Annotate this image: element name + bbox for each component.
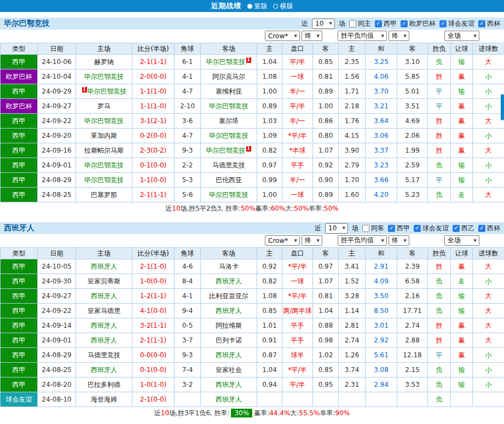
score-link[interactable]: 2-1(1-1) — [140, 58, 167, 66]
scope-select[interactable]: 全场▼ — [444, 31, 479, 41]
score-link[interactable]: 1-0(0-0) — [140, 277, 167, 285]
score-link[interactable]: 0-0(0-0) — [140, 351, 167, 359]
team-link[interactable]: 西班牙人 — [91, 336, 117, 344]
checkbox-box[interactable]: ✓ — [439, 20, 447, 27]
team-link[interactable]: 毕尔巴鄂竞技 — [88, 88, 127, 95]
avg-type-select[interactable]: 胜平负均值▼ — [338, 31, 387, 41]
team-link[interactable]: 毕尔巴鄂竞技 — [206, 58, 246, 66]
team-link[interactable]: 西班牙人 — [91, 366, 117, 374]
team-link[interactable]: 阿尔克马尔 — [212, 73, 245, 80]
avg-draw-cell: 5.61 — [366, 348, 397, 363]
avg-type-select[interactable]: 胜平负均值▼ — [338, 235, 387, 246]
team-link[interactable]: 毕尔巴鄂竞技 — [209, 132, 248, 140]
odds-time-select[interactable]: 终▼ — [302, 31, 322, 41]
games-count-select[interactable]: 10▼ — [312, 19, 335, 29]
odds-company-select[interactable]: Crow*▼ — [265, 235, 300, 246]
scope-select[interactable]: 全场▼ — [444, 235, 479, 246]
score-link[interactable]: 2-1(1-0) — [140, 263, 167, 270]
team-link[interactable]: 巴列卡诺 — [216, 336, 242, 344]
checkbox-box[interactable] — [362, 225, 369, 232]
team-link[interactable]: 阿拉维斯 — [216, 322, 242, 329]
team-link[interactable]: 海登海姆 — [91, 396, 117, 403]
avg-away-cell: 3.51 — [397, 99, 428, 114]
checkbox-球会友谊[interactable]: ✓球会友谊 — [414, 224, 449, 233]
odds-time-select[interactable]: 终▼ — [302, 235, 322, 246]
team-link[interactable]: 马德里竞技 — [88, 351, 120, 359]
team-link[interactable]: 西班牙人 — [216, 396, 242, 403]
checkbox-box[interactable]: ✓ — [478, 20, 485, 27]
score-link[interactable]: 2-1(1-1) — [140, 191, 167, 199]
checkbox-box[interactable]: ✓ — [388, 225, 395, 232]
team-link[interactable]: 西班牙人 — [216, 277, 242, 285]
score-link[interactable]: 0-2(0-0) — [140, 132, 167, 140]
checkbox-西乙[interactable]: ✓西乙 — [453, 224, 474, 233]
avg-time-select[interactable]: 终▼ — [389, 31, 409, 41]
odds-company-select[interactable]: Crow*▼ — [265, 31, 300, 41]
score-link[interactable]: 1-1(1-0) — [140, 102, 167, 110]
checkbox-box[interactable]: ✓ — [375, 20, 382, 27]
score-link[interactable]: 1-1(0-0) — [140, 176, 167, 184]
score-link[interactable]: 0-1(0-0) — [140, 366, 167, 374]
team-link[interactable]: 拉斯帕尔马斯 — [84, 147, 124, 154]
score-link[interactable]: 2-0(0-0) — [140, 73, 167, 80]
team-link[interactable]: 巴伦西亚 — [216, 176, 242, 184]
games-count-select[interactable]: 10▼ — [325, 223, 348, 234]
radio-horizontal[interactable]: 横版 — [273, 2, 293, 11]
score-link[interactable]: 2-1(1-1) — [140, 336, 167, 344]
score-link[interactable]: 2-1(0-0) — [140, 396, 167, 403]
team-link[interactable]: 毕尔巴鄂竞技 — [209, 191, 248, 199]
scrollbar-thumb[interactable] — [501, 94, 504, 120]
radio-vertical[interactable]: 竖版 — [247, 2, 268, 11]
checkbox-西杯[interactable]: ✓西杯 — [478, 224, 500, 233]
team-link[interactable]: 毕尔巴鄂竞技 — [84, 161, 124, 169]
team-link[interactable]: 毕尔巴鄂竞技 — [84, 117, 124, 125]
score-cell: 3-2(1-1) — [132, 318, 175, 333]
team-link[interactable]: 皇家社会 — [216, 366, 242, 374]
team-link[interactable]: 皇家贝蒂斯 — [88, 277, 120, 285]
team-link[interactable]: 西班牙人 — [216, 307, 242, 315]
summary-part: 60% — [271, 205, 286, 212]
score-link[interactable]: 0-1(0-0) — [140, 161, 167, 169]
checkbox-西甲[interactable]: ✓西甲 — [388, 224, 410, 233]
team-link[interactable]: 西班牙人 — [216, 381, 242, 388]
team-link[interactable]: 皇家马德里 — [88, 307, 120, 315]
team-link[interactable]: 巴拉多利德 — [88, 381, 120, 388]
score-link[interactable]: 4-1(0-0) — [140, 307, 167, 315]
checkbox-西甲[interactable]: ✓西甲 — [375, 19, 397, 28]
team-link[interactable]: 西班牙人 — [91, 292, 117, 300]
score-link[interactable]: 3-1(2-1) — [140, 117, 167, 125]
team-link[interactable]: 莱加内斯 — [91, 132, 117, 140]
score-link[interactable]: 3-2(1-1) — [140, 322, 167, 329]
checkbox-box[interactable]: ✓ — [401, 20, 408, 27]
checkbox-同主[interactable]: 同主 — [349, 19, 371, 28]
team-link[interactable]: 西班牙人 — [91, 263, 117, 270]
checkbox-同客[interactable]: 同客 — [362, 224, 384, 233]
team-link[interactable]: 毕尔巴鄂竞技 — [84, 176, 124, 184]
team-link[interactable]: 罗马 — [97, 102, 111, 110]
handicap-result-cell: 赢 — [451, 99, 473, 114]
checkbox-西杯[interactable]: ✓西杯 — [478, 19, 500, 28]
checkbox-box[interactable] — [349, 20, 356, 27]
team-link[interactable]: 西班牙人 — [91, 322, 117, 329]
checkbox-box[interactable]: ✓ — [414, 225, 421, 232]
score-link[interactable]: 1-0(1-0) — [140, 381, 167, 388]
team-link[interactable]: 比利亚雷亚尔 — [209, 292, 248, 300]
team-link[interactable]: 毕尔巴鄂竞技 — [209, 102, 248, 110]
team-link[interactable]: 西班牙人 — [216, 351, 242, 359]
checkbox-box[interactable]: ✓ — [453, 225, 460, 232]
team-link[interactable]: 塞维利亚 — [216, 88, 242, 95]
score-link[interactable]: 1-1(1-0) — [140, 88, 167, 95]
team-link[interactable]: 毕尔巴鄂竞技 — [206, 147, 246, 154]
score-link[interactable]: 2-3(0-2) — [140, 147, 167, 154]
team-link[interactable]: 塞尔塔 — [219, 117, 239, 125]
team-link[interactable]: 马德里竞技 — [212, 161, 245, 169]
team-link[interactable]: 马洛卡 — [219, 263, 239, 270]
score-link[interactable]: 1-2(1-1) — [140, 292, 167, 300]
avg-time-select[interactable]: 终▼ — [389, 235, 409, 246]
team-link[interactable]: 巴塞罗那 — [91, 191, 117, 199]
checkbox-球会友谊[interactable]: ✓球会友谊 — [439, 19, 474, 28]
team-link[interactable]: 赫罗纳 — [94, 58, 114, 66]
checkbox-box[interactable]: ✓ — [478, 225, 485, 232]
team-link[interactable]: 毕尔巴鄂竞技 — [84, 73, 124, 80]
checkbox-欧罗巴杯[interactable]: ✓欧罗巴杯 — [401, 19, 436, 28]
